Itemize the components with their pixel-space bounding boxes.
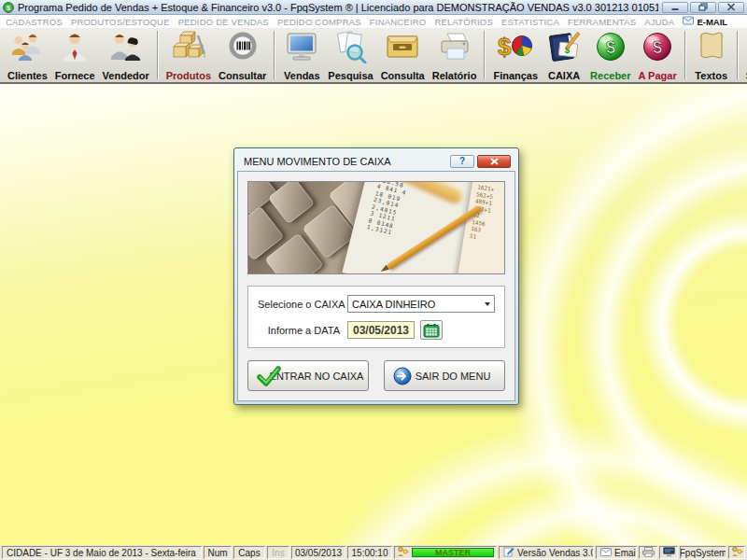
- statusbar: CIDADE - UF 3 de Maio de 2013 - Sexta-fe…: [0, 545, 747, 560]
- menu-movimento-de-caixa-dialog: MENU MOVIMENTO DE CAIXA ? Enter 1,014 23…: [233, 147, 519, 405]
- toolbar-consultar[interactable]: Consultar: [215, 28, 270, 82]
- computer-icon: [663, 547, 675, 559]
- close-button[interactable]: [718, 2, 744, 13]
- status-brand[interactable]: FpqSystem: [680, 546, 726, 559]
- file-drawer-icon: [384, 30, 421, 63]
- menubar: CADASTROS PRODUTOS/ESTOQUE PEDIDO DE VEN…: [0, 15, 747, 28]
- dialog-buttons: ENTRAR NO CAIXA SAIR DO MENU: [247, 360, 505, 391]
- dialog-help-button[interactable]: ?: [450, 155, 474, 168]
- toolbar-suporte[interactable]: Suporte: [742, 28, 747, 82]
- toolbar-vendedor[interactable]: Vendedor: [99, 28, 153, 82]
- toolbar-financas[interactable]: $ Finanças: [489, 28, 542, 82]
- parchment-icon: [695, 30, 728, 63]
- red-dollar-ball-icon: $: [641, 30, 674, 63]
- status-version: Versão Vendas 3.0: [499, 546, 594, 559]
- finance-photo: Enter 1,014 236.50 4 841 4 18 019 23,014…: [247, 181, 505, 274]
- menu-cadastros[interactable]: CADASTROS: [6, 17, 63, 27]
- printer-icon: [436, 30, 473, 63]
- menu-ajuda[interactable]: AJUDA: [644, 17, 674, 27]
- toolbar-consulta[interactable]: Consulta: [377, 28, 429, 82]
- application-window: $ Programa Pedido de Vendas + Estoque & …: [0, 0, 747, 560]
- window-title: Programa Pedido de Vendas + Estoque & Fi…: [18, 2, 658, 13]
- titlebar[interactable]: $ Programa Pedido de Vendas + Estoque & …: [0, 0, 747, 15]
- entrar-no-caixa-button[interactable]: ENTRAR NO CAIXA: [247, 360, 369, 391]
- desktop-wallpaper: MENU MOVIMENTO DE CAIXA ? Enter 1,014 23…: [0, 84, 747, 545]
- caixa-select-label: Selecione o CAIXA: [258, 299, 347, 310]
- supplier-person-icon: [56, 30, 93, 63]
- status-printer[interactable]: [639, 546, 657, 559]
- date-input-label: Informe a DATA: [258, 325, 347, 336]
- toolbar-textos[interactable]: Textos: [690, 28, 733, 82]
- status-email[interactable]: Email: [596, 546, 637, 559]
- menu-email[interactable]: E-MAIL: [683, 16, 727, 27]
- menu-produtos-estoque[interactable]: PRODUTOS/ESTOQUE: [71, 17, 170, 27]
- toolbar-produtos[interactable]: Produtos: [162, 28, 215, 82]
- sair-do-menu-button[interactable]: SAIR DO MENU: [384, 360, 505, 391]
- dollar-piechart-icon: $: [497, 30, 534, 63]
- toolbar-divider: [684, 31, 686, 79]
- toolbar-pesquisa[interactable]: Pesquisa: [324, 28, 376, 82]
- svg-text:$: $: [606, 38, 615, 57]
- calendar-icon: [423, 323, 440, 338]
- monitor-icon: [283, 30, 320, 63]
- status-user: MASTER: [394, 546, 497, 559]
- status-location: CIDADE - UF 3 de Maio de 2013 - Sexta-fe…: [2, 546, 202, 559]
- menu-pedido-de-vendas[interactable]: PEDIDO DE VENDAS: [178, 17, 269, 27]
- toolbar-vendas[interactable]: Vendas: [279, 28, 324, 82]
- status-insert: Ins: [267, 546, 289, 559]
- boxes-icon: [170, 30, 207, 63]
- clients-people-icon: [8, 30, 46, 63]
- user-key-icon: [397, 546, 409, 559]
- toolbar-relatorio[interactable]: Relatório: [429, 28, 481, 82]
- status-caps-lock: Caps: [233, 546, 265, 559]
- minimize-button[interactable]: [662, 2, 688, 13]
- printer-icon: [642, 547, 655, 559]
- dropdown-arrow-icon[interactable]: [481, 296, 494, 312]
- restore-button[interactable]: [690, 2, 716, 13]
- cashbook-icon: $: [545, 30, 583, 63]
- caixa-form-panel: Selecione o CAIXA CAIXA DINHEIRO Informe…: [247, 286, 505, 348]
- toolbar-divider: [157, 31, 159, 79]
- user-key-icon: [731, 546, 743, 559]
- seller-people-icon: [107, 30, 145, 63]
- search-pages-icon: [332, 30, 370, 63]
- calendar-button[interactable]: [420, 320, 443, 340]
- toolbar-clientes[interactable]: Clientes: [4, 28, 51, 82]
- dialog-close-button[interactable]: [477, 155, 511, 168]
- barcode-circle-icon: [225, 30, 261, 63]
- toolbar-caixa[interactable]: $ CAIXA: [542, 28, 586, 82]
- dialog-content: Enter 1,014 236.50 4 841 4 18 019 23,014…: [237, 171, 515, 401]
- svg-text:$: $: [653, 38, 662, 57]
- green-dollar-ball-icon: $: [594, 30, 627, 63]
- status-computer[interactable]: [659, 546, 678, 559]
- toolbar-divider: [737, 31, 739, 79]
- menu-financeiro[interactable]: FINANCEIRO: [370, 17, 427, 27]
- check-icon: [257, 366, 281, 386]
- email-icon: [600, 548, 612, 558]
- menu-ferramentas[interactable]: FERRAMENTAS: [568, 17, 636, 27]
- status-time: 15:00:10: [347, 546, 392, 559]
- caixa-select[interactable]: CAIXA DINHEIRO: [347, 295, 495, 313]
- svg-text:$: $: [498, 33, 512, 61]
- menu-pedido-compras[interactable]: PEDIDO COMPRAS: [277, 17, 361, 27]
- status-num-lock: Num: [204, 546, 232, 559]
- toolbar: Clientes Fornece Vendedor: [0, 28, 747, 84]
- menu-estatistica[interactable]: ESTATISTICA: [501, 17, 559, 27]
- menu-relatorios[interactable]: RELATÓRIOS: [434, 17, 493, 27]
- version-icon: [503, 547, 514, 559]
- toolbar-divider: [274, 31, 275, 79]
- app-icon: $: [3, 2, 14, 13]
- email-icon: [683, 16, 694, 27]
- dialog-titlebar[interactable]: MENU MOVIMENTO DE CAIXA ?: [237, 151, 515, 171]
- master-user-badge: MASTER: [412, 548, 494, 557]
- toolbar-fornecedor[interactable]: Fornece: [51, 28, 99, 82]
- arrow-circle-icon: [393, 367, 412, 385]
- status-date: 03/05/2013: [291, 546, 345, 559]
- status-session[interactable]: [728, 546, 745, 559]
- date-input[interactable]: 03/05/2013: [347, 321, 415, 339]
- svg-text:$: $: [7, 4, 11, 12]
- toolbar-a-pagar[interactable]: $ A Pagar: [635, 28, 681, 82]
- toolbar-receber[interactable]: $ Receber: [586, 28, 634, 82]
- toolbar-divider: [484, 31, 486, 79]
- dialog-title: MENU MOVIMENTO DE CAIXA: [244, 156, 450, 167]
